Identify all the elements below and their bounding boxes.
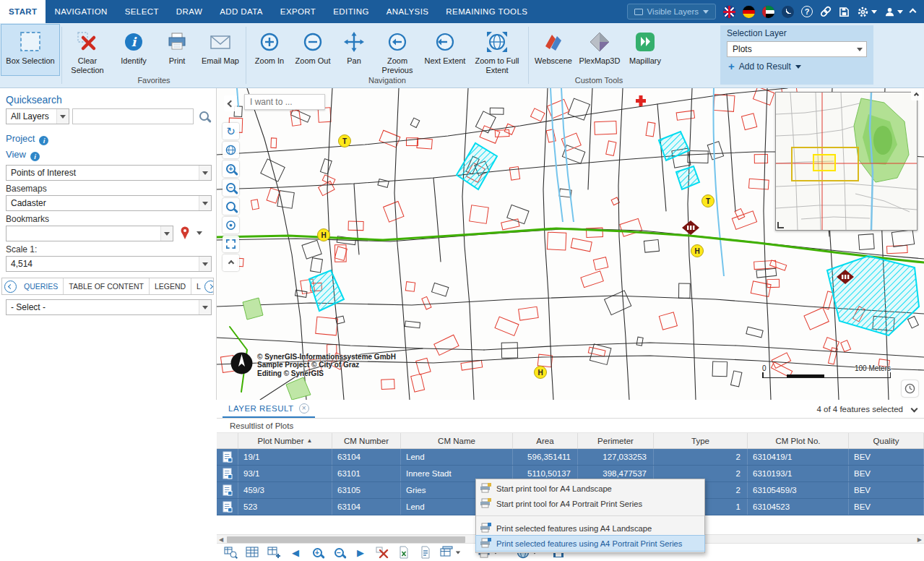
scroll-right-arrow[interactable]: ▶ [917,536,922,543]
zoom-previous-tool[interactable]: Zoom Previous [373,25,422,75]
zoom-in-map-button[interactable]: + [223,160,239,177]
help-icon[interactable]: ? [801,6,813,17]
column-plot-number[interactable]: Plot Number▲ [238,433,332,448]
language-arabic-flag-icon[interactable] [762,6,774,18]
print-tool[interactable]: Print [157,25,197,75]
feature-info-icon[interactable] [223,451,233,463]
menu-item-print-selected-landscape[interactable]: Print selected features using A4 Landsca… [476,521,704,536]
tab-clipped[interactable]: L [191,278,202,294]
column-type[interactable]: Type [654,433,748,448]
zoom-window-button[interactable] [223,198,239,215]
close-icon[interactable]: × [299,403,309,414]
menu-tab-start[interactable]: START [0,0,46,23]
tab-queries[interactable]: QUERIES [19,278,64,294]
zoom-in-tool[interactable]: Zoom In [249,25,290,75]
bookmark-menu-caret[interactable] [197,231,202,235]
feature-info-icon[interactable] [223,468,233,479]
bookmarks-select[interactable] [6,226,173,241]
map-scroll-up-button[interactable] [911,90,922,100]
pan-tool[interactable]: Pan [335,25,373,75]
next-extent-tool[interactable]: Next Extent [422,25,468,75]
layer-result-tab[interactable]: LAYER RESULT × [223,400,315,418]
zoom-to-selected-button[interactable] [223,545,238,560]
user-account-button[interactable] [884,7,903,17]
selection-layer-select[interactable]: Plots [727,41,867,57]
feature-info-icon[interactable] [223,501,233,513]
tab-table-of-content[interactable]: TABLE OF CONTENT [64,278,150,294]
visible-layers-dropdown[interactable]: Visible Layers [627,4,716,20]
menu-item-print-tool-landscape[interactable]: Start print tool for A4 Landscape [476,481,704,496]
info-icon[interactable]: i [30,152,40,161]
collapse-panel-button[interactable] [911,406,918,413]
feature-info-icon[interactable] [223,484,233,496]
zoom-out-map-button[interactable]: − [223,179,239,196]
previous-record-button[interactable]: ◀ [288,545,303,560]
tab-legend[interactable]: LEGEND [150,278,191,294]
project-label[interactable]: Projecti [6,133,48,145]
settings-gear-button[interactable] [857,6,877,18]
history-clock-button[interactable] [902,380,918,397]
column-cm-name[interactable]: CM Name [401,433,513,448]
export-excel-button[interactable] [396,545,412,560]
globe-button[interactable] [223,142,239,158]
collapse-sidebar-button[interactable] [224,95,237,111]
fullscreen-button[interactable] [223,236,239,252]
add-to-result-button[interactable]: + Add to Result [727,60,867,73]
tabs-scroll-right-button[interactable] [204,280,214,293]
identify-tool[interactable]: i Identify [111,25,157,75]
language-english-flag-icon[interactable] [723,6,735,18]
toolbar-collapse-button[interactable] [223,254,239,271]
zoom-out-tool[interactable]: Zoom Out [290,25,335,75]
menu-tab-navigation[interactable]: NAVIGATION [46,0,116,23]
menu-tab-export[interactable]: EXPORT [272,0,324,23]
clear-result-button[interactable] [374,545,390,560]
search-icon[interactable] [199,111,209,121]
info-icon[interactable]: i [39,136,48,145]
overview-map[interactable] [775,92,917,231]
refresh-map-button[interactable]: ↻ [223,123,239,140]
column-perimeter[interactable]: Perimeter [578,433,654,448]
share-link-icon[interactable] [820,6,832,17]
zoom-in-record-button[interactable]: + [309,545,325,560]
query-select[interactable]: - Select - [6,299,212,315]
email-map-tool[interactable]: Email Map [197,25,243,75]
basemaps-select[interactable]: Cadaster [6,195,212,211]
map-viewport[interactable]: THTHH ↻ + − © SynerGIS-Informationssyste… [217,88,924,400]
scrollbar-thumb[interactable] [227,536,465,543]
dark-mode-icon[interactable] [782,6,794,18]
menu-tab-add-data[interactable]: ADD DATA [211,0,272,23]
table-add-button[interactable] [266,545,282,560]
add-bookmark-button[interactable] [179,226,191,240]
save-project-icon[interactable] [839,7,850,17]
menu-tab-draw[interactable]: DRAW [168,0,211,23]
table-options-button[interactable] [439,545,461,560]
language-german-flag-icon[interactable] [743,6,755,18]
box-selection-tool[interactable]: Box Selection [1,25,59,75]
zoom-out-record-button[interactable]: − [331,545,347,560]
plexmap3d-tool[interactable]: PlexMap3D [576,25,623,75]
quicksearch-input[interactable] [72,108,194,124]
overview-resize-handle[interactable] [777,222,784,228]
zoom-full-extent-tool[interactable]: Zoom to Full Extent [468,25,526,75]
scale-combobox[interactable]: 4,514 [6,256,212,272]
tabs-scroll-left-button[interactable] [4,280,17,293]
open-table-button[interactable] [244,545,260,560]
view-select[interactable]: Points of Interest [6,165,212,181]
menu-tab-analysis[interactable]: ANALYSIS [378,0,438,23]
webscene-tool[interactable]: Webscene [531,25,576,75]
menu-tab-remaining-tools[interactable]: REMAINING TOOLS [437,0,536,23]
menu-tab-editing[interactable]: EDITING [324,0,377,23]
mapillary-tool[interactable]: Mapillary [623,25,667,75]
center-map-button[interactable] [223,217,239,234]
column-cm-number[interactable]: CM Number [332,433,401,448]
column-quality[interactable]: Quality [849,433,924,448]
i-want-to-input[interactable] [244,94,325,110]
view-label[interactable]: Viewi [6,149,40,161]
table-row[interactable]: 19/1 63104 Lend 596,351411 127,033253 2 … [217,449,924,466]
export-file-button[interactable] [418,545,433,560]
column-area[interactable]: Area [513,433,578,448]
scroll-left-arrow[interactable]: ◀ [219,536,223,543]
collapse-ribbon-button[interactable] [910,9,915,14]
search-scope-select[interactable]: All Layers [6,108,69,124]
next-record-button[interactable]: ▶ [353,545,368,560]
